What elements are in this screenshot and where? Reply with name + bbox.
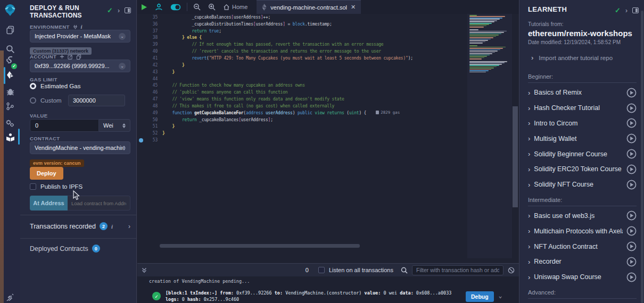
terminal-tx-entry[interactable]: ✓ [block:1 txIndex:-] from: 0xf39...9226… bbox=[149, 290, 519, 302]
start-tutorial-icon[interactable] bbox=[626, 88, 637, 98]
run-script-icon[interactable] bbox=[137, 0, 151, 14]
breakpoint-margin[interactable] bbox=[137, 103, 145, 110]
publish-ipfs-row[interactable]: Publish to IPFS bbox=[30, 183, 130, 190]
value-unit-select[interactable]: Wei bbox=[99, 119, 130, 132]
breakpoint-margin[interactable] bbox=[137, 96, 145, 103]
breakpoint-margin[interactable] bbox=[137, 137, 145, 144]
home-button[interactable]: Home bbox=[219, 0, 251, 14]
tutorial-expand-icon[interactable]: › bbox=[528, 258, 530, 266]
code-editor[interactable]: 35 _cupcakeBalances[userAddress]++;36 _c… bbox=[137, 14, 519, 263]
start-tutorial-icon[interactable] bbox=[626, 226, 637, 236]
fork-environment-icon[interactable] bbox=[73, 24, 78, 29]
tutorial-expand-icon[interactable]: › bbox=[528, 134, 530, 142]
tutorial-expand-icon[interactable]: › bbox=[528, 104, 530, 112]
sign-message-icon[interactable] bbox=[68, 54, 73, 60]
start-tutorial-icon[interactable] bbox=[626, 257, 637, 267]
tutorial-item[interactable]: ›NFT Auction Contract bbox=[528, 239, 637, 254]
ai-assistant-icon[interactable] bbox=[151, 0, 167, 14]
breakpoint-margin[interactable] bbox=[137, 55, 145, 62]
tutorial-expand-icon[interactable]: › bbox=[528, 273, 530, 281]
tutorial-expand-icon[interactable]: › bbox=[528, 242, 530, 250]
at-address-button[interactable]: At Address bbox=[30, 196, 68, 211]
tutorial-item[interactable]: ›Intro to Circom bbox=[528, 116, 637, 131]
learneth-pin-icon[interactable] bbox=[632, 7, 639, 13]
debug-button[interactable]: Debug bbox=[466, 291, 494, 302]
tutorial-item[interactable]: ›Hash Checker Tutorial bbox=[528, 100, 637, 116]
clear-console-icon[interactable] bbox=[508, 267, 515, 274]
start-tutorial-icon[interactable] bbox=[626, 180, 637, 190]
breakpoint-margin[interactable] bbox=[137, 75, 145, 82]
breakpoint-margin[interactable] bbox=[137, 69, 145, 75]
breakpoint-margin[interactable] bbox=[137, 48, 145, 55]
tutorial-expand-icon[interactable]: › bbox=[528, 181, 530, 189]
breakpoint-dot[interactable] bbox=[139, 138, 143, 142]
listen-all-checkbox[interactable] bbox=[318, 267, 325, 273]
tutorial-expand-icon[interactable]: › bbox=[528, 212, 530, 220]
contract-select[interactable]: VendingMachine - vending-machin bbox=[30, 141, 130, 154]
breakpoint-margin[interactable] bbox=[137, 130, 145, 137]
tutorial-item[interactable]: ›Uniswap Swap Course bbox=[528, 270, 637, 285]
tutorial-item[interactable]: ›Basic use of web3.js bbox=[528, 208, 637, 224]
copilot-toggle-icon[interactable] bbox=[167, 0, 185, 14]
tx-expand-icon[interactable]: ⌄ bbox=[499, 292, 502, 299]
learneth-chevron-icon[interactable]: › bbox=[625, 7, 628, 14]
estimated-gas-radio[interactable] bbox=[30, 83, 36, 89]
custom-gas-option[interactable]: Custom bbox=[30, 95, 130, 106]
custom-gas-input[interactable] bbox=[68, 95, 125, 106]
tutorial-item[interactable]: ›Multichain Protocols with Axelar bbox=[528, 223, 637, 239]
breakpoint-margin[interactable] bbox=[137, 110, 145, 116]
account-select[interactable]: 0xf39...92266 (9999.99929... ⌄ bbox=[30, 60, 130, 72]
terminal-filter-input[interactable] bbox=[412, 265, 503, 275]
tutorial-expand-icon[interactable]: › bbox=[528, 89, 530, 97]
breakpoint-margin[interactable] bbox=[137, 62, 145, 69]
publish-ipfs-checkbox[interactable] bbox=[30, 183, 36, 190]
editor-tab[interactable]: vending-machine-contract.sol ✕ bbox=[257, 0, 361, 14]
start-tutorial-icon[interactable] bbox=[626, 133, 637, 144]
estimated-gas-option[interactable]: Estimated Gas bbox=[30, 83, 130, 89]
create-account-icon[interactable] bbox=[60, 54, 64, 59]
tutorial-expand-icon[interactable]: › bbox=[528, 227, 530, 235]
tutorial-item[interactable]: ›Recorder bbox=[528, 254, 637, 270]
start-tutorial-icon[interactable] bbox=[626, 103, 637, 113]
custom-gas-radio[interactable] bbox=[30, 97, 36, 104]
environment-select[interactable]: Injected Provider - MetaMask ⌄ bbox=[30, 30, 130, 43]
copy-account-icon[interactable] bbox=[76, 54, 81, 60]
minimap[interactable] bbox=[467, 14, 512, 258]
deployed-contracts-row[interactable]: Deployed Contracts 0 bbox=[30, 245, 130, 252]
terminal-expand-icon[interactable] bbox=[142, 267, 147, 273]
file-explorer-icon[interactable] bbox=[0, 23, 20, 36]
tutorial-expand-icon[interactable]: › bbox=[528, 150, 530, 158]
panel-chevron-icon[interactable]: › bbox=[118, 7, 120, 14]
editor-horizontal-scrollbar[interactable] bbox=[160, 244, 360, 248]
import-repo-row[interactable]: › Import another tutorial repo bbox=[528, 54, 637, 62]
zoom-in-icon[interactable] bbox=[204, 0, 219, 14]
start-tutorial-icon[interactable] bbox=[626, 118, 637, 128]
tutorial-expand-icon[interactable]: › bbox=[528, 165, 530, 173]
breakpoint-margin[interactable] bbox=[137, 82, 145, 89]
panel-pin-icon[interactable] bbox=[125, 7, 131, 13]
start-tutorial-icon[interactable] bbox=[626, 149, 637, 159]
tutorial-item[interactable]: ›All about Proxy Contracts bbox=[528, 301, 637, 303]
tutorial-item[interactable]: ›Multisig Wallet bbox=[528, 131, 637, 146]
breakpoint-margin[interactable] bbox=[137, 28, 145, 35]
transactions-recorded-row[interactable]: Transactions recorded 2 i › bbox=[30, 222, 130, 230]
close-tab-icon[interactable]: ✕ bbox=[351, 4, 356, 11]
start-tutorial-icon[interactable] bbox=[626, 211, 637, 221]
tutorial-item[interactable]: ›Solidity Beginner Course bbox=[528, 146, 637, 162]
breakpoint-margin[interactable] bbox=[137, 35, 145, 41]
zoom-out-icon[interactable] bbox=[189, 0, 204, 14]
breakpoint-margin[interactable] bbox=[137, 14, 145, 21]
transactions-info-icon[interactable]: i bbox=[111, 223, 113, 230]
start-tutorial-icon[interactable] bbox=[626, 164, 637, 174]
learneth-scrollbar[interactable] bbox=[641, 11, 643, 303]
deploy-button[interactable]: Deploy bbox=[30, 167, 63, 180]
start-tutorial-icon[interactable] bbox=[626, 241, 637, 251]
breakpoint-margin[interactable] bbox=[137, 41, 145, 48]
tutorial-item[interactable]: ›Solidity NFT Course bbox=[528, 177, 637, 192]
breakpoint-margin[interactable] bbox=[137, 89, 145, 96]
environment-info-icon[interactable]: i bbox=[81, 23, 82, 30]
value-input[interactable] bbox=[30, 119, 99, 132]
tutorial-item[interactable]: ›Solidity ERC20 Token Course bbox=[528, 162, 637, 177]
breakpoint-margin[interactable] bbox=[137, 123, 145, 130]
start-tutorial-icon[interactable] bbox=[626, 272, 637, 282]
